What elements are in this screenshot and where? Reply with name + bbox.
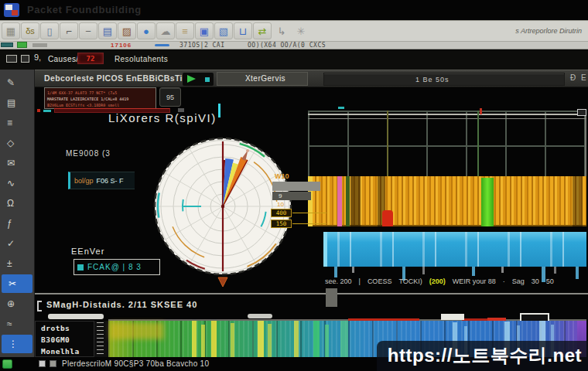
measurement-field[interactable]: 1 Be 50s	[323, 73, 565, 86]
led-display: 72	[77, 53, 104, 64]
check-icon[interactable]: ✓	[0, 234, 34, 253]
omega-icon[interactable]: Ω	[0, 194, 34, 213]
spectrum-band	[308, 176, 586, 226]
axis-token: COESS	[368, 277, 392, 285]
wave-icon[interactable]: ∿	[0, 174, 34, 192]
plus-circle-icon[interactable]: ⊕	[0, 294, 34, 313]
left-tool-sidebar: ✎ ▤ ≡ ◇ ✉ ∿ Ω ƒ ✓ ± ✂ ⊕ ≈ ⋮	[0, 70, 35, 357]
wf-streak	[268, 324, 272, 357]
spectrum-top-rule-2	[308, 118, 586, 119]
wf-streak	[211, 321, 217, 357]
window-panel-icon-small[interactable]	[21, 55, 29, 63]
section-divider	[35, 293, 588, 294]
sphere-icon[interactable]: ●	[137, 22, 156, 39]
minus-icon[interactable]: −	[79, 22, 97, 39]
hook-icon[interactable]: ⌐	[60, 22, 78, 39]
analysis-title: Debcorleste PICOS EnEBBiCBsTims	[44, 73, 195, 83]
status-message: PlerdescriloM 90C§P3 70ba Bcavcho 10	[62, 359, 209, 368]
gray-block-marker[interactable]	[326, 288, 337, 307]
axis-token: WEIR your 88	[453, 277, 496, 285]
status-doc-icon[interactable]	[50, 360, 56, 367]
red-marker-icon	[37, 109, 40, 112]
waterfall-header: SMagH-Distaids. 2/11 SKSEE 40	[46, 300, 197, 309]
value-95-button[interactable]: 95	[159, 87, 181, 107]
scrollbar-thumb-2[interactable]	[248, 314, 272, 318]
green-stripe	[346, 176, 350, 226]
status-chip-gray	[32, 43, 47, 47]
approx-icon[interactable]: ≈	[0, 315, 34, 333]
status-window-icon[interactable]	[39, 360, 46, 367]
tabbar-icon-d[interactable]: Đ	[570, 73, 576, 82]
more-icon[interactable]: ⋮	[2, 335, 32, 353]
monitor-icon[interactable]: ▣	[195, 22, 214, 39]
panel-icon[interactable]: ▤	[0, 94, 34, 112]
polar-device-label: ME9008 (3	[66, 149, 111, 158]
pointer-icon[interactable]: ↳	[272, 22, 291, 39]
wf-yellow-smear	[110, 322, 164, 339]
notebook-icon[interactable]: ▤	[98, 22, 117, 39]
analysis-tabbar: Debcorleste PICOS EnEBBiCBsTims XterGerv…	[35, 70, 588, 87]
window-panel-icon[interactable]	[6, 55, 17, 63]
run-button[interactable]	[183, 73, 214, 86]
cyan-tick	[352, 267, 354, 273]
scissors-icon[interactable]: ✂	[2, 274, 32, 293]
panel-line: Monelhla	[41, 345, 94, 357]
scrollbar-thumb[interactable]	[48, 314, 104, 319]
titlebar[interactable]: Packet Foundbuilding	[0, 0, 588, 21]
window-title: Packet Foundbuilding	[27, 4, 142, 15]
progress-dash-icon	[155, 44, 169, 46]
wf-streak	[231, 323, 234, 357]
wf-green-streak	[340, 321, 348, 357]
teal-marker-icon	[43, 110, 51, 112]
chip-bottom-text: FCAK@ | 8 3	[87, 263, 142, 271]
tab-xtergervis[interactable]: XterGervis	[217, 72, 308, 86]
log-line: B2V6Lum ECSTiffs <3.18DR0 smell	[47, 102, 153, 108]
wf-streak	[201, 325, 205, 357]
cabinet-icon[interactable]: ▦	[2, 22, 20, 39]
layers-icon[interactable]: ≡	[176, 22, 194, 39]
waterfall-scale	[94, 321, 108, 357]
application-window: Packet Foundbuilding ▦ δs ▯ ⌐ − ▤ ▨ ● ☁ …	[0, 0, 588, 371]
dim-zone	[573, 176, 583, 226]
axis-token: |	[359, 277, 361, 285]
cyan-cursor-icon[interactable]	[218, 104, 220, 117]
row-label-9: 9	[279, 192, 282, 199]
wf-streak	[258, 321, 264, 357]
axis-token: 50	[546, 277, 554, 285]
door-icon[interactable]: ▯	[40, 22, 59, 39]
save-icon[interactable]: ⊔	[234, 22, 252, 39]
log-line: 1/4M 6XX-37 AL073 77 NCT* (7±5	[47, 90, 153, 96]
tabbar-icon-e[interactable]: E	[581, 73, 586, 82]
burst-icon[interactable]: ✳	[292, 22, 310, 39]
flask-icon[interactable]: δs	[21, 22, 39, 39]
measurement-value: 1 Be 50s	[415, 76, 450, 83]
diamond-icon[interactable]: ◇	[0, 134, 34, 152]
axis-token: TOCKI)	[398, 277, 422, 285]
red-blob	[382, 210, 393, 226]
cloud-icon[interactable]: ☁	[156, 22, 175, 39]
status-green-icon[interactable]	[2, 359, 12, 369]
plusminus-icon[interactable]: ±	[0, 254, 34, 273]
pencil-icon[interactable]: ✎	[0, 73, 34, 92]
status-chip-teal[interactable]	[1, 43, 13, 47]
status-chip-green[interactable]	[17, 42, 27, 48]
teal-square-icon	[77, 264, 84, 271]
polar-lower-chip[interactable]: FCAK@ | 8 3	[74, 259, 160, 275]
axis-token: see. 200	[325, 277, 352, 285]
list-icon[interactable]: ≡	[0, 114, 34, 132]
scale-line-150	[292, 223, 326, 224]
panel-line: B30GM0	[41, 334, 94, 345]
gray-row-a[interactable]	[272, 182, 320, 191]
main-toolbar: ▦ δs ▯ ⌐ − ▤ ▨ ● ☁ ≡ ▣ ▧ ⊔ ⇄ ↳ ✳ s Artre…	[0, 21, 588, 42]
polar-info-chip[interactable]: bol/gp F06 S- F	[68, 172, 135, 189]
watermark: https://노트북수리.net	[377, 341, 588, 371]
briefcase-icon[interactable]: ▧	[214, 22, 233, 39]
function-icon[interactable]: ƒ	[0, 214, 34, 233]
mail-icon[interactable]: ✉	[0, 154, 34, 172]
white-marker-box[interactable]	[441, 314, 464, 320]
photo-icon[interactable]: ▨	[118, 22, 136, 39]
chip-prefix: bol/gp	[74, 177, 94, 185]
sync-icon[interactable]: ⇄	[253, 22, 272, 39]
wf-green-streak	[325, 325, 329, 357]
cyan-band-cap	[323, 232, 327, 267]
